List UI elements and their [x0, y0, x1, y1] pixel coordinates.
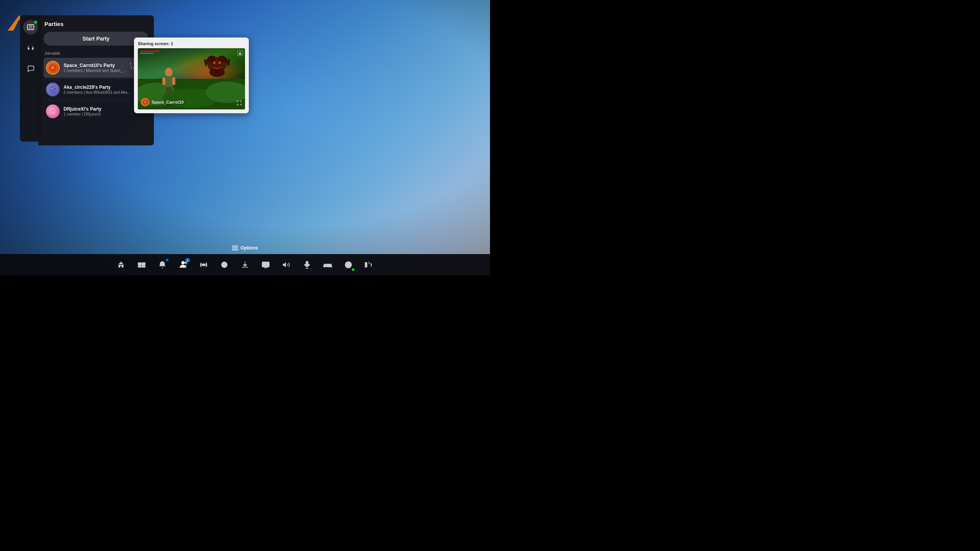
party-avatar — [46, 104, 60, 118]
svg-rect-43 — [138, 266, 141, 267]
sharing-user-avatar — [141, 98, 149, 106]
gamepad-icon[interactable] — [321, 258, 335, 272]
svg-rect-38 — [232, 246, 238, 246]
svg-point-5 — [29, 28, 30, 29]
party-avatar — [46, 83, 60, 96]
svg-rect-39 — [232, 248, 238, 248]
svg-point-63 — [349, 264, 350, 264]
joinable-label: Joinable — [44, 51, 149, 55]
sharing-popup: Sharing screen: 1 — [134, 37, 249, 113]
svg-rect-26 — [162, 77, 165, 85]
expand-icon[interactable] — [237, 100, 242, 106]
svg-rect-25 — [165, 76, 173, 88]
party-item[interactable]: Aka_circle229's Party 2 members | Ace-Wi… — [44, 80, 149, 99]
options-bar: Options — [0, 242, 490, 254]
svg-point-35 — [219, 62, 221, 64]
svg-rect-42 — [142, 263, 145, 265]
svg-rect-41 — [138, 263, 141, 265]
svg-rect-54 — [262, 262, 269, 267]
hud-overlay — [140, 51, 243, 56]
sharing-title: Sharing screen: 1 — [138, 41, 245, 46]
bottom-bar: 2 — [0, 254, 490, 276]
svg-point-47 — [203, 264, 205, 266]
svg-point-62 — [347, 264, 348, 264]
controller-icon[interactable] — [217, 258, 231, 272]
sidebar — [20, 15, 41, 142]
monster-figure — [200, 51, 234, 82]
party-info: DRjuiceXl's Party 1 member | DRjuiceXl — [64, 106, 137, 116]
broadcast-icon[interactable] — [197, 258, 211, 272]
svg-point-49 — [223, 264, 225, 266]
sharing-user-name-label: Space_Carrot10 — [152, 100, 184, 104]
svg-point-61 — [345, 262, 352, 268]
svg-point-11 — [52, 67, 52, 68]
divider — [44, 100, 149, 101]
options-menu-icon — [232, 246, 238, 250]
options-label: Options — [232, 245, 258, 251]
svg-point-34 — [213, 62, 216, 64]
svg-rect-28 — [166, 87, 169, 95]
home-icon[interactable] — [114, 258, 128, 272]
svg-point-33 — [209, 68, 225, 77]
start-party-button[interactable]: Start Party — [44, 32, 149, 46]
panel-title: Parties — [44, 21, 149, 27]
emoji-icon[interactable] — [341, 258, 355, 272]
party-name: Aka_circle229's Party — [64, 85, 137, 90]
divider — [44, 78, 149, 79]
party-name: DRjuiceXl's Party — [64, 106, 137, 112]
screen-preview[interactable]: Space_Carrot10 — [138, 48, 245, 109]
game-activity-icon[interactable] — [23, 20, 38, 34]
svg-rect-27 — [172, 77, 175, 85]
panel-chevron: ‹ — [129, 59, 132, 67]
chat-icon[interactable] — [23, 61, 38, 76]
volume-icon[interactable] — [279, 258, 293, 272]
svg-rect-37 — [144, 101, 146, 103]
svg-rect-29 — [169, 87, 172, 95]
download-icon[interactable] — [238, 258, 252, 272]
svg-rect-2 — [28, 24, 34, 29]
online-indicator — [34, 21, 37, 24]
svg-rect-40 — [232, 249, 238, 250]
svg-rect-44 — [142, 266, 145, 267]
svg-point-6 — [31, 28, 33, 29]
party-members: 1 member | DRjuiceXl — [64, 112, 137, 116]
svg-rect-7 — [30, 26, 31, 26]
party-members: 2 members | Maverick and Space_C... — [64, 68, 128, 73]
power-icon[interactable] — [362, 258, 376, 272]
party-item[interactable]: DRjuiceXl's Party 1 member | DRjuiceXl 1… — [44, 101, 149, 121]
party-members: 2 members | Ace-Wilcat3651 and Aka... — [64, 90, 137, 95]
party-list: Space_Carrot10's Party 2 members | Maver… — [44, 58, 149, 121]
emoji-status-dot — [352, 268, 354, 271]
svg-point-45 — [181, 261, 185, 264]
party-avatar — [46, 61, 60, 75]
svg-rect-60 — [327, 264, 328, 265]
notifications-icon[interactable] — [155, 258, 169, 272]
cast-icon[interactable] — [259, 258, 273, 272]
party-item[interactable]: Space_Carrot10's Party 2 members | Maver… — [44, 58, 149, 78]
friends-icon[interactable]: 2 — [176, 258, 190, 272]
svg-rect-8 — [30, 28, 31, 28]
svg-point-58 — [329, 265, 330, 266]
svg-point-15 — [51, 88, 53, 90]
party-info: Aka_circle229's Party 2 members | Ace-Wi… — [64, 85, 137, 95]
sharing-username: Space_Carrot10 — [141, 98, 184, 106]
game-library-icon[interactable] — [135, 258, 149, 272]
svg-point-24 — [165, 68, 173, 77]
headset-icon[interactable] — [23, 41, 38, 55]
notification-badge — [166, 259, 168, 261]
svg-point-59 — [330, 266, 330, 266]
svg-point-4 — [31, 26, 33, 27]
party-name: Space_Carrot10's Party — [64, 63, 128, 68]
friends-badge: 2 — [185, 258, 190, 262]
mic-icon[interactable] — [300, 258, 314, 272]
party-info: Space_Carrot10's Party 2 members | Maver… — [64, 63, 128, 73]
character-figure — [159, 67, 178, 97]
svg-point-3 — [29, 26, 30, 27]
